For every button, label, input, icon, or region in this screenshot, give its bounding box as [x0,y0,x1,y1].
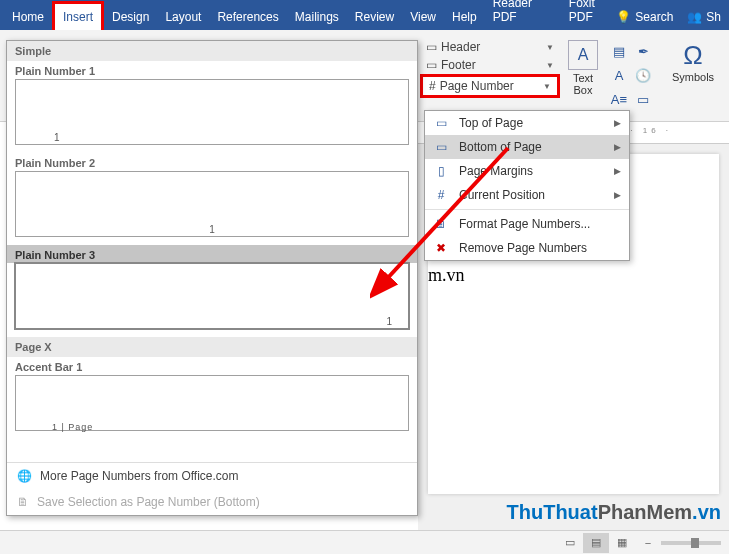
view-web-layout-button[interactable]: ▦ [609,533,635,553]
menu-remove-page-numbers[interactable]: ✖ Remove Page Numbers [425,236,629,260]
gallery-section-pagex: Page X [7,337,417,357]
wordart-button[interactable]: A [608,64,630,86]
current-position-icon: # [433,188,449,202]
textbox-group: A Text Box [562,40,604,96]
text-parts-group: ▤ ✒ A 🕓 A≡ ▭ [608,40,660,112]
menu-top-of-page[interactable]: ▭ Top of Page ▶ [425,111,629,135]
chevron-right-icon: ▶ [614,190,621,200]
page-number-gallery: Simple Plain Number 1 1 Plain Number 2 1… [6,40,418,516]
chevron-right-icon: ▶ [614,142,621,152]
gallery-item-label-1: Plain Number 1 [7,61,417,79]
page-number-icon: # [429,79,436,93]
date-time-button[interactable]: 🕓 [632,64,654,86]
tab-view[interactable]: View [402,4,444,30]
watermark-part3: .vn [692,501,721,523]
more-page-numbers-label: More Page Numbers from Office.com [40,469,239,483]
save-selection-label: Save Selection as Page Number (Bottom) [37,495,260,509]
chevron-right-icon: ▶ [614,118,621,128]
menu-label: Bottom of Page [459,140,542,154]
menu-format-page-numbers[interactable]: 🗎 Format Page Numbers... [425,212,629,236]
footer-label: Footer [441,58,476,72]
gallery-item-label-accent: Accent Bar 1 [7,357,417,375]
document-sub-fragment: m.vn [428,265,719,286]
gallery-item-label-2: Plain Number 2 [7,153,417,171]
header-footer-group: ▭ Header ▼ ▭ Footer ▼ # Page Number ▼ [420,34,560,114]
chevron-down-icon: ▼ [546,43,554,52]
more-page-numbers-office[interactable]: 🌐 More Page Numbers from Office.com [7,463,417,489]
tab-layout[interactable]: Layout [157,4,209,30]
tab-help[interactable]: Help [444,4,485,30]
watermark-part1: ThuThuat [507,501,598,523]
gallery-item-plain-2[interactable]: 1 [15,171,409,237]
tab-foxit-reader-pdf[interactable]: Foxit Reader PDF [485,0,561,30]
format-icon: 🗎 [433,217,449,231]
search-label: Search [635,10,673,24]
tab-insert[interactable]: Insert [52,1,104,30]
bulb-icon: 💡 [616,10,631,24]
tab-review[interactable]: Review [347,4,402,30]
footer-dropdown[interactable]: ▭ Footer ▼ [420,56,560,74]
page-number-dropdown[interactable]: # Page Number ▼ [420,74,560,98]
gallery-item-plain-1[interactable]: 1 [15,79,409,145]
view-print-layout-button[interactable]: ▤ [583,533,609,553]
header-icon: ▭ [426,40,437,54]
tab-references[interactable]: References [209,4,286,30]
object-button[interactable]: ▭ [632,88,654,110]
tab-home[interactable]: Home [4,4,52,30]
page-top-icon: ▭ [433,116,449,130]
status-bar: ▭ ▤ ▦ − [0,530,729,554]
watermark-part2: PhanMem [598,501,692,523]
preview-number: 1 [386,316,392,327]
gallery-item-plain-3[interactable]: 1 [15,263,409,329]
chevron-down-icon: ▼ [546,61,554,70]
watermark: ThuThuatPhanMem.vn [507,501,721,524]
menu-current-position[interactable]: # Current Position ▶ [425,183,629,207]
office-icon: 🌐 [17,469,32,483]
gallery-section-simple: Simple [7,41,417,61]
zoom-out-button[interactable]: − [635,533,661,553]
menu-bottom-of-page[interactable]: ▭ Bottom of Page ▶ [425,135,629,159]
save-icon: 🗎 [17,495,29,509]
preview-accent: 1 | Page [52,422,93,432]
share-icon: 👥 [687,10,702,24]
tab-design[interactable]: Design [104,4,157,30]
preview-number: 1 [54,132,60,143]
zoom-slider[interactable] [661,541,721,545]
chevron-right-icon: ▶ [614,166,621,176]
quick-parts-button[interactable]: ▤ [608,40,630,62]
tab-foxit-pdf[interactable]: Foxit PDF [561,0,610,30]
menu-label: Remove Page Numbers [459,241,587,255]
textbox-icon[interactable]: A [568,40,598,70]
menu-separator [425,209,629,210]
remove-icon: ✖ [433,241,449,255]
drop-cap-button[interactable]: A≡ [608,88,630,110]
header-label: Header [441,40,480,54]
gallery-scroll[interactable]: Simple Plain Number 1 1 Plain Number 2 1… [7,41,417,462]
menu-label: Top of Page [459,116,523,130]
page-bottom-icon: ▭ [433,140,449,154]
menu-label: Format Page Numbers... [459,217,590,231]
symbols-icon[interactable]: Ω [666,40,720,71]
page-margins-icon: ▯ [433,164,449,178]
tab-mailings[interactable]: Mailings [287,4,347,30]
save-selection-as-page-number: 🗎 Save Selection as Page Number (Bottom) [7,489,417,515]
view-read-mode-button[interactable]: ▭ [557,533,583,553]
page-number-label: Page Number [440,79,514,93]
textbox-label: Text Box [562,72,604,96]
gallery-item-label-3: Plain Number 3 [7,245,417,263]
symbols-label: Symbols [666,71,720,83]
signature-line-button[interactable]: ✒ [632,40,654,62]
share-button[interactable]: 👥 Sh [679,4,729,30]
menu-page-margins[interactable]: ▯ Page Margins ▶ [425,159,629,183]
symbols-group: Ω Symbols [666,40,720,83]
page-number-menu: ▭ Top of Page ▶ ▭ Bottom of Page ▶ ▯ Pag… [424,110,630,261]
gallery-item-accent-bar-1[interactable]: 1 | Page [15,375,409,431]
ribbon-tabs: Home Insert Design Layout References Mai… [0,0,729,30]
search-box[interactable]: 💡 Search [610,4,679,30]
header-dropdown[interactable]: ▭ Header ▼ [420,38,560,56]
menu-label: Current Position [459,188,545,202]
chevron-down-icon: ▼ [543,82,551,91]
preview-number: 1 [209,224,215,235]
share-label: Sh [706,10,721,24]
footer-icon: ▭ [426,58,437,72]
